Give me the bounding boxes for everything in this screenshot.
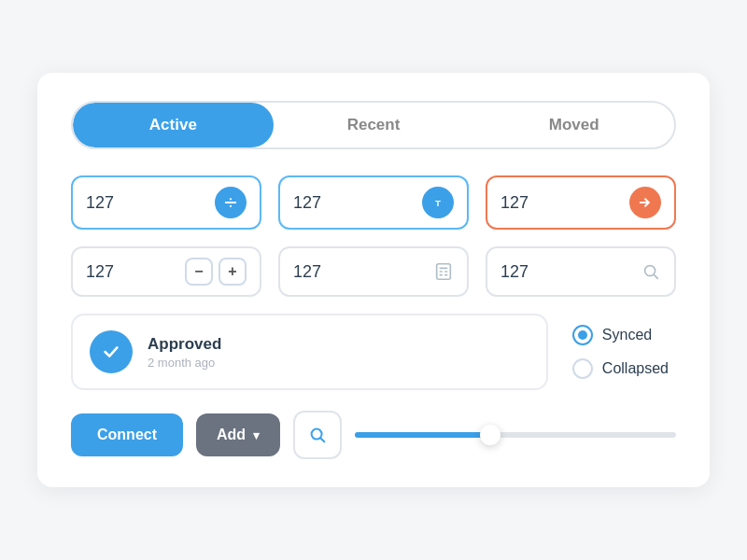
input-stepper: 127 − + — [71, 246, 261, 297]
input-divide-value: 127 — [86, 193, 215, 213]
tab-active[interactable]: Active — [73, 103, 274, 147]
stepper-value: 127 — [86, 262, 177, 282]
svg-point-2 — [230, 205, 232, 207]
tab-group: Active Recent Moved — [71, 101, 676, 149]
input-up-value: 127 — [293, 193, 422, 213]
calculator-icon — [433, 261, 454, 282]
input-divide: 127 — [71, 175, 261, 230]
radio-group: Synced Collapsed — [565, 314, 676, 390]
input-calculator: 127 — [278, 246, 469, 297]
search-icon-small — [641, 261, 661, 282]
approved-title: Approved — [148, 335, 221, 354]
radio-synced-label: Synced — [602, 327, 652, 343]
add-button[interactable]: Add ▾ — [196, 413, 280, 456]
tab-moved[interactable]: Moved — [473, 103, 674, 147]
search-button[interactable] — [293, 411, 342, 459]
input-up: 127 T — [278, 175, 469, 230]
input-arrow: 127 — [486, 175, 676, 230]
chevron-down-icon: ▾ — [253, 428, 260, 442]
svg-text:T: T — [435, 198, 441, 208]
slider-track — [355, 432, 676, 438]
action-row: Connect Add ▾ — [71, 411, 676, 459]
svg-rect-6 — [437, 264, 451, 280]
slider-container — [355, 432, 676, 438]
check-icon — [90, 330, 133, 373]
bottom-row: Approved 2 month ago Synced Collapsed — [71, 314, 676, 390]
radio-synced[interactable]: Synced — [572, 325, 669, 345]
input-calc-value: 127 — [293, 262, 433, 282]
divide-icon-btn[interactable] — [215, 187, 247, 218]
input-search: 127 — [486, 246, 676, 297]
arrow-right-icon-btn[interactable] — [629, 187, 661, 218]
svg-point-0 — [230, 198, 232, 200]
up-icon-btn[interactable]: T — [422, 187, 454, 218]
input-row-1: 127 127 T 127 — [71, 175, 676, 230]
input-arrow-value: 127 — [500, 193, 629, 213]
svg-point-12 — [645, 266, 655, 276]
svg-line-13 — [655, 275, 658, 279]
decrement-button[interactable]: − — [185, 258, 213, 286]
slider-fill — [355, 432, 489, 438]
approved-subtitle: 2 month ago — [148, 356, 221, 370]
increment-button[interactable]: + — [218, 258, 247, 286]
connect-button[interactable]: Connect — [71, 413, 183, 456]
input-search-value: 127 — [500, 262, 641, 282]
radio-synced-fill — [578, 330, 587, 340]
svg-point-14 — [312, 429, 322, 440]
slider-thumb[interactable] — [480, 425, 500, 445]
approved-card: Approved 2 month ago — [71, 314, 548, 390]
main-container: Active Recent Moved 127 127 T — [37, 73, 710, 487]
radio-synced-indicator — [572, 325, 593, 345]
radio-collapsed[interactable]: Collapsed — [572, 358, 669, 379]
approved-text: Approved 2 month ago — [148, 335, 221, 370]
tab-recent[interactable]: Recent — [274, 103, 474, 147]
radio-collapsed-label: Collapsed — [602, 360, 669, 377]
svg-line-15 — [321, 439, 325, 442]
add-label: Add — [217, 427, 246, 443]
input-row-2: 127 − + 127 127 — [71, 246, 676, 297]
radio-collapsed-indicator — [572, 358, 593, 379]
stepper-buttons: − + — [185, 258, 247, 286]
